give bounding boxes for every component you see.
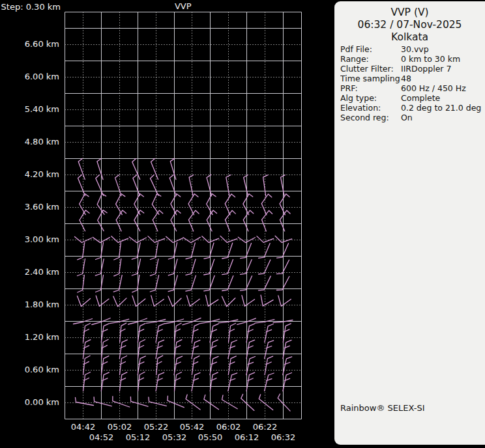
y-axis-label: 4.80 km (25, 137, 59, 147)
wind-barb (228, 356, 236, 375)
wind-barb (204, 259, 214, 275)
info-value: On (401, 113, 484, 122)
wind-barb (132, 275, 140, 292)
wind-barb (151, 296, 164, 306)
wind-barb (113, 397, 130, 407)
wind-barb (132, 296, 145, 306)
wind-barb (168, 259, 177, 275)
wind-barb (222, 260, 233, 275)
panel-titles: VVP (V) 06:32 / 07-Nov-2025 Kolkata (334, 1, 485, 44)
x-axis-label: 06:32 (271, 432, 295, 442)
x-axis-label: 05:32 (162, 432, 186, 442)
wind-barb (277, 244, 289, 258)
wind-barb (101, 356, 109, 375)
wind-barb (210, 324, 218, 342)
wind-barb (183, 237, 200, 242)
info-label: Elevation: (340, 103, 401, 113)
wind-barb (265, 373, 274, 391)
wind-barb (241, 260, 252, 275)
wind-barb (265, 324, 274, 343)
y-axis-label: 0.00 km (25, 397, 59, 407)
wind-barb (222, 395, 238, 409)
wind-barb (259, 276, 271, 290)
x-axis-label: 06:22 (253, 422, 277, 432)
wind-barb (115, 175, 122, 195)
wind-barb (120, 356, 127, 375)
wind-barb (283, 324, 291, 343)
info-value: 0 km to 30 km (401, 54, 484, 64)
y-axis-label: 0.60 km (25, 365, 59, 374)
wind-barb (262, 210, 272, 231)
info-value: 48 (401, 74, 484, 83)
info-label: PRF: (340, 83, 401, 93)
x-axis-label: 04:42 (71, 422, 95, 432)
info-label: Pdf File: (340, 44, 401, 54)
step-label: Step: 0.30 km (1, 2, 61, 12)
wind-barb (210, 372, 218, 391)
info-value: IIRDoppler 7 (401, 64, 484, 74)
wind-barb (168, 243, 177, 259)
y-axis-label: 1.20 km (25, 332, 59, 342)
x-axis-label: 06:12 (235, 432, 259, 442)
wind-profile-plot: VVPStep: 0.30 km6.60 km6.00 km5.40 km4.8… (0, 0, 334, 448)
x-axis-label: 05:42 (180, 422, 204, 432)
wind-barb (228, 373, 237, 391)
y-axis-label: 1.80 km (25, 300, 59, 309)
wind-barb (156, 356, 163, 374)
info-label: Range: (340, 54, 401, 64)
wind-barb (207, 175, 212, 195)
wind-barb (132, 259, 140, 275)
wind-barb (259, 244, 271, 259)
x-axis-label: 05:12 (126, 432, 150, 442)
y-axis-label: 3.00 km (25, 234, 59, 244)
product-info-panel: VVP (V) 06:32 / 07-Nov-2025 Kolkata Pdf … (334, 1, 485, 445)
y-axis-label: 2.40 km (25, 267, 59, 277)
wind-barb (130, 397, 148, 406)
x-axis-label: 05:02 (108, 422, 132, 432)
wind-barb (95, 259, 104, 276)
info-label: Second reg: (340, 113, 401, 122)
wind-barb (111, 236, 128, 243)
y-axis-label: 4.20 km (25, 169, 59, 179)
wind-barb (186, 395, 200, 410)
wind-barb (265, 341, 274, 359)
site-name: Kolkata (334, 31, 485, 44)
wind-barb (241, 276, 252, 290)
wind-barb (175, 323, 182, 342)
wind-barb (281, 175, 286, 196)
wind-barb (276, 260, 289, 273)
wind-barb (228, 341, 237, 359)
wind-barb (78, 259, 85, 276)
wind-barb (78, 158, 85, 179)
wind-barb (138, 340, 145, 359)
y-axis-label: 6.00 km (25, 72, 59, 81)
wind-barb (132, 243, 140, 260)
info-label: Clutter Filter: (340, 64, 401, 74)
info-value: Complete (401, 93, 484, 103)
wind-barb (189, 175, 194, 196)
wind-barb (259, 260, 271, 274)
wind-barb (119, 340, 127, 359)
wind-barb (210, 356, 218, 374)
wind-barb (83, 324, 91, 343)
wind-barb (113, 275, 122, 292)
plot-title: VVP (175, 1, 192, 11)
wind-barb (168, 396, 184, 408)
wind-barb (192, 324, 199, 343)
wind-barb (204, 395, 219, 409)
wind-barb (98, 210, 107, 231)
wind-barb (210, 340, 218, 359)
wind-barb (244, 175, 248, 196)
wind-barb (149, 397, 166, 406)
wind-barb (102, 339, 109, 358)
wind-barb (265, 356, 273, 374)
wind-barb (76, 398, 94, 406)
wind-barb (150, 259, 158, 276)
wind-barb (246, 324, 255, 342)
wind-barb (94, 397, 111, 406)
wind-barb (150, 275, 158, 292)
wind-barb (246, 357, 256, 375)
wind-barb (83, 372, 91, 391)
wind-barb (175, 372, 182, 391)
product-info-list: Pdf File:30.vvpRange:0 km to 30 kmClutte… (340, 44, 484, 122)
